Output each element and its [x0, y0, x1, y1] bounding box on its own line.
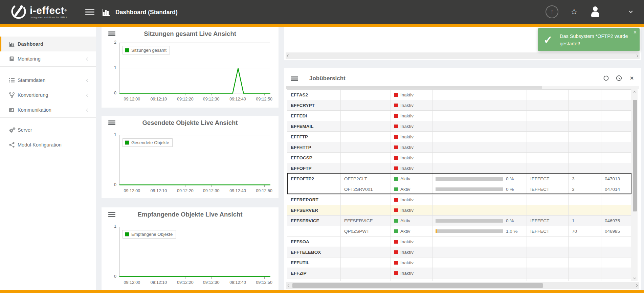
scroll-right-icon[interactable]	[635, 284, 638, 287]
table-row[interactable]: EFFOCSPInaktiv	[287, 153, 631, 163]
gears-icon	[9, 127, 18, 133]
job-cell	[341, 132, 391, 142]
scroll-up-icon[interactable]	[633, 91, 636, 94]
y-axis-label: 2	[104, 40, 116, 45]
user-profile-icon[interactable]	[590, 6, 600, 18]
table-row[interactable]: EFFEDIInaktiv	[287, 111, 631, 121]
x-axis-label: 09:12:40	[225, 280, 251, 285]
horizontal-scroll-thumb[interactable]	[292, 283, 543, 288]
panel-menu-icon[interactable]	[291, 76, 298, 81]
table-row[interactable]: EFFCRYPTInaktiv	[287, 100, 631, 111]
chart-title: Empfangende Objekte Live Ansicht	[102, 211, 279, 218]
status-square-icon	[394, 114, 398, 118]
job-overview-panel: Jobübersicht × EFFAS2InaktivEFFCRYPTInak…	[284, 68, 641, 290]
count-cell: 3	[569, 174, 601, 184]
user-cell	[527, 236, 569, 247]
x-axis-label: 09:12:50	[251, 97, 277, 102]
sidebar-item-kommunikation[interactable]: Kommunikation	[0, 103, 96, 117]
progress-cell	[433, 132, 527, 142]
table-top-scrollbar[interactable]	[286, 86, 639, 89]
table-row[interactable]: EFFTELEBOXInaktiv	[287, 247, 631, 257]
x-tick-mark	[159, 277, 159, 279]
table-row[interactable]: EFFEMAILInaktiv	[287, 121, 631, 132]
job-cell	[341, 268, 391, 278]
toast-close-icon[interactable]: ×	[634, 29, 637, 36]
status-cell: Inaktiv	[391, 111, 433, 121]
panel-horizontal-scrollbar[interactable]	[286, 52, 640, 59]
status-square-icon	[394, 93, 398, 97]
scroll-right-icon[interactable]	[636, 54, 638, 57]
table-row[interactable]: EFFUTILInaktiv	[287, 257, 631, 268]
user-cell	[527, 153, 569, 163]
vertical-scroll-thumb[interactable]	[633, 100, 637, 211]
progress-cell	[433, 205, 527, 215]
favorites-star-icon[interactable]: ☆	[571, 7, 578, 16]
status-label: Inaktiv	[400, 239, 414, 244]
progress-cell	[433, 236, 527, 247]
sidebar-item-modul-konfiguration[interactable]: Modul-Konfiguration	[0, 137, 96, 152]
table-vertical-scrollbar[interactable]	[632, 89, 638, 281]
sidebar-item-server[interactable]: Server	[0, 122, 96, 137]
subsystem-cell: EFFTELEBOX	[287, 247, 341, 257]
header-dropdown-caret-icon[interactable]	[629, 9, 632, 13]
progress-bar	[436, 177, 503, 181]
table-row[interactable]: EFFSERVICEEFFSERVICEAktiv0 %IEFFECT10469…	[287, 216, 631, 226]
scroll-left-icon[interactable]	[287, 54, 290, 57]
y-axis-label: 0	[104, 91, 116, 95]
count-cell	[569, 111, 601, 121]
scroll-left-icon[interactable]	[288, 284, 290, 287]
count-cell: 70	[569, 226, 601, 236]
x-tick-mark	[132, 277, 132, 279]
table-row[interactable]: EFFFTPInaktiv	[287, 132, 631, 142]
table-row[interactable]: EFFSERVERInaktiv	[287, 205, 631, 216]
table-row[interactable]: EFFHTTPInaktiv	[287, 142, 631, 153]
top-navbar: i-effect® integrated solutions for IBM i…	[0, 0, 644, 24]
chart-card-1: Sitzungen gesamt Live Ansicht012Sitzunge…	[102, 27, 279, 108]
dashboard-chart-icon	[102, 7, 111, 18]
user-cell	[527, 247, 569, 257]
table-row[interactable]: EFFOFTPInaktiv	[287, 163, 631, 174]
app-logo[interactable]: i-effect® integrated solutions for IBM i	[10, 3, 67, 21]
status-square-icon	[394, 240, 398, 244]
table-bottom-scrollbar[interactable]	[286, 282, 639, 289]
sidebar-item-label: Konvertierung	[18, 92, 48, 98]
subsystem-cell: EFFHTTP	[287, 142, 341, 152]
scroll-down-icon[interactable]	[633, 276, 636, 279]
sidebar-item-stammdaten[interactable]: Stammdaten	[0, 73, 96, 88]
x-axis-label: 09:12:20	[172, 280, 198, 285]
sidebar-item-konvertierung[interactable]: Konvertierung	[0, 88, 96, 103]
status-square-icon	[394, 125, 398, 128]
jobnr-cell	[601, 195, 631, 205]
status-label: Inaktiv	[400, 113, 414, 118]
refresh-icon[interactable]	[603, 75, 609, 81]
series-line	[119, 135, 270, 185]
table-row[interactable]: QP0ZSPWTAktiv1.0 %IEFFECT70046985	[287, 226, 631, 236]
progress-label: 1.0 %	[506, 229, 518, 234]
table-row[interactable]: OFT2SRV001Aktiv0 %IEFFECT3047014	[287, 184, 631, 195]
user-cell	[527, 163, 569, 173]
progress-cell	[433, 195, 527, 205]
sidebar-toggle-icon[interactable]	[85, 9, 94, 15]
x-tick-mark	[211, 94, 212, 95]
progress-bar	[436, 229, 503, 233]
table-row[interactable]: EFFZIPInaktiv	[287, 268, 631, 278]
chart-card-3: Empfangende Objekte Live Ansicht01Empfan…	[102, 207, 279, 290]
job-cell: EFFSERVICE	[341, 216, 391, 226]
close-panel-icon[interactable]: ×	[629, 75, 635, 81]
sidebar-item-dashboard[interactable]: Dashboard	[0, 37, 96, 51]
clock-icon[interactable]	[616, 75, 622, 81]
sidebar-item-monitoring[interactable]: Monitoring	[0, 51, 96, 66]
jobnr-cell	[601, 205, 631, 215]
status-cell: Inaktiv	[391, 142, 433, 152]
status-cell: Aktiv	[391, 184, 433, 194]
table-row[interactable]: EFFOFTP2OFTP2CLTAktiv0 %IEFFECT3047013	[287, 174, 631, 184]
x-axis-label: 09:12:00	[119, 97, 145, 102]
table-row[interactable]: EFFREPORTInaktiv	[287, 195, 631, 205]
count-cell: 3	[569, 184, 601, 194]
x-tick-mark	[159, 185, 159, 187]
status-label: Aktiv	[400, 176, 410, 181]
chevron-left-icon	[86, 108, 90, 112]
table-row[interactable]: EFFAS2Inaktiv	[287, 90, 631, 100]
table-row[interactable]: EFFSOAInaktiv	[287, 236, 631, 247]
logout-icon[interactable]: ↑	[546, 5, 558, 18]
